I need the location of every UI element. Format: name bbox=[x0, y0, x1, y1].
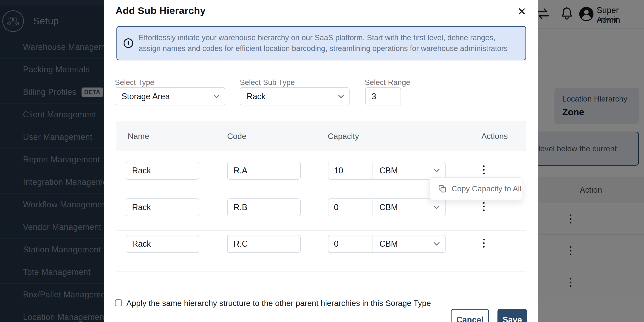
code-field bbox=[227, 235, 301, 253]
copy-capacity-menu-item[interactable]: Copy Capacity to All bbox=[430, 177, 522, 200]
capacity-unit-dropdown[interactable]: CBM bbox=[373, 199, 445, 216]
column-actions: Actions bbox=[482, 121, 508, 151]
hierarchy-table-header: Name Code Capacity Actions bbox=[116, 121, 526, 151]
select-sub-type-label: Select Sub Type bbox=[240, 78, 295, 87]
apply-structure-checkbox-label: Apply the same hierarchy structure to th… bbox=[126, 298, 431, 308]
chevron-down-icon bbox=[434, 169, 440, 172]
name-field bbox=[126, 235, 199, 253]
select-sub-type-dropdown[interactable]: Rack bbox=[240, 87, 350, 106]
column-code: Code bbox=[227, 121, 246, 151]
chevron-down-icon bbox=[338, 94, 344, 98]
apply-structure-checkbox[interactable] bbox=[115, 299, 122, 306]
row-divider bbox=[116, 272, 526, 272]
row-actions-menu-button[interactable] bbox=[482, 237, 486, 249]
row-actions-menu-button[interactable] bbox=[482, 164, 486, 176]
name-input[interactable] bbox=[132, 236, 199, 252]
select-type-dropdown[interactable]: Storage Area bbox=[114, 87, 225, 106]
column-name: Name bbox=[128, 121, 149, 151]
capacity-field: CBM bbox=[328, 198, 446, 216]
capacity-field: CBM bbox=[328, 235, 446, 253]
copy-capacity-label: Copy Capacity to All bbox=[452, 184, 521, 193]
code-field bbox=[227, 198, 301, 216]
name-field bbox=[126, 162, 199, 180]
capacity-unit-dropdown[interactable]: CBM bbox=[373, 236, 445, 252]
code-input[interactable] bbox=[234, 162, 300, 179]
add-sub-hierarchy-modal: Add Sub Hierarchy ✕ i Effortlessly initi… bbox=[104, 0, 538, 322]
capacity-input[interactable] bbox=[334, 236, 372, 252]
row-divider bbox=[116, 230, 526, 230]
info-icon: i bbox=[124, 38, 133, 48]
capacity-unit-dropdown[interactable]: CBM bbox=[373, 162, 445, 179]
name-input[interactable] bbox=[132, 162, 199, 179]
screen: Setup Warehouse Management Packing Mater… bbox=[0, 0, 644, 322]
name-field bbox=[126, 198, 199, 216]
chevron-down-icon bbox=[434, 206, 440, 209]
capacity-field: CBM bbox=[328, 162, 446, 180]
row-actions-menu-button[interactable] bbox=[482, 201, 486, 212]
column-capacity: Capacity bbox=[328, 121, 359, 151]
cancel-button[interactable]: Cancel bbox=[451, 309, 489, 322]
modal-title: Add Sub Hierarchy bbox=[116, 5, 206, 16]
select-type-label: Select Type bbox=[115, 78, 154, 87]
chevron-down-icon bbox=[434, 242, 440, 246]
code-input[interactable] bbox=[234, 199, 300, 216]
close-icon[interactable]: ✕ bbox=[514, 4, 529, 19]
code-field bbox=[227, 162, 301, 180]
copy-icon bbox=[438, 184, 447, 194]
chevron-down-icon bbox=[214, 94, 220, 98]
capacity-input[interactable] bbox=[334, 199, 372, 216]
info-banner: i Effortlessly initiate your warehouse h… bbox=[116, 26, 526, 60]
select-range-field bbox=[365, 87, 401, 106]
capacity-input[interactable] bbox=[334, 162, 372, 179]
select-range-input[interactable] bbox=[372, 88, 400, 105]
info-banner-text: Effortlessly initiate your warehouse hie… bbox=[139, 32, 518, 54]
name-input[interactable] bbox=[132, 199, 199, 216]
code-input[interactable] bbox=[234, 236, 300, 252]
select-range-label: Select Range bbox=[365, 78, 410, 87]
save-button[interactable]: Save bbox=[498, 309, 527, 322]
